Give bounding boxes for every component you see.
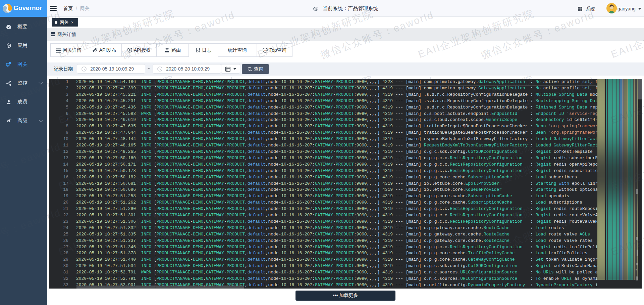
svg-text:TOP: TOP bbox=[263, 49, 267, 51]
